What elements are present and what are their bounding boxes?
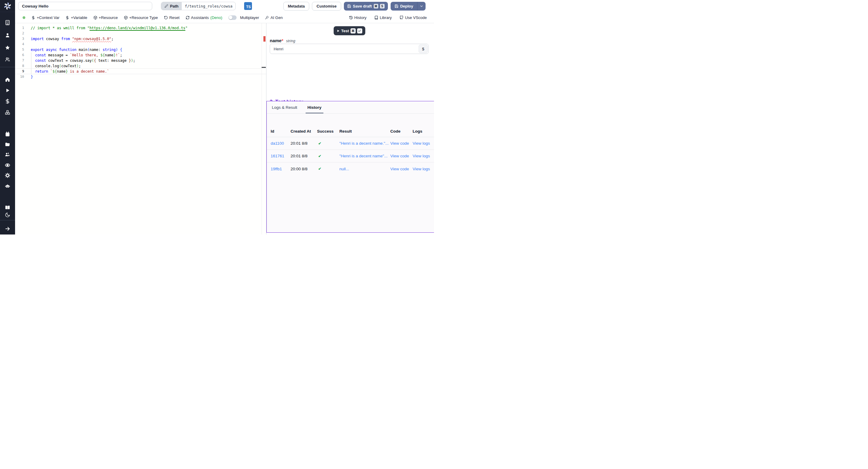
deploy-dropdown-button[interactable]	[417, 2, 426, 10]
view-code-link[interactable]: View code	[390, 141, 412, 146]
panel-divider[interactable]	[266, 23, 267, 234]
calendar-icon	[5, 131, 10, 137]
boxes-icon	[5, 110, 10, 115]
multiplayer-toggle[interactable]	[228, 15, 237, 20]
sidebar-item-audit-logs[interactable]	[0, 160, 15, 170]
user-icon	[5, 33, 10, 38]
history-button[interactable]: History	[349, 15, 367, 20]
sidebar-item-schedules[interactable]	[0, 129, 15, 139]
view-logs-link[interactable]: View logs	[412, 154, 434, 158]
save-icon	[347, 4, 351, 8]
script-title-input[interactable]	[18, 2, 152, 10]
windmill-logo-icon	[4, 2, 11, 10]
success-check-icon: ✔	[317, 142, 339, 146]
tab-logs-result[interactable]: Logs & Result	[272, 101, 297, 113]
assistants-lang-label: (Deno)	[210, 15, 222, 20]
divider-drag-handle[interactable]	[261, 67, 266, 68]
result-link[interactable]: null...	[339, 167, 390, 171]
sidebar-item-workers[interactable]	[0, 181, 15, 191]
job-id-link[interactable]: 161761	[271, 154, 290, 158]
sidebar-item-folders[interactable]	[0, 139, 15, 150]
history-tabs: Logs & Result History	[267, 101, 434, 114]
arg-name: name	[270, 38, 281, 43]
sidebar-item-resources[interactable]	[0, 107, 15, 118]
line-number: 6	[15, 53, 24, 58]
add-context-var-button[interactable]: +Context Var	[31, 15, 59, 20]
sidebar-item-favorites[interactable]	[0, 42, 15, 53]
view-code-link[interactable]: View code	[390, 167, 412, 171]
use-vscode-button[interactable]: Use VScode	[400, 15, 427, 20]
view-logs-link[interactable]: View logs	[412, 141, 434, 146]
refresh-icon	[186, 16, 190, 20]
arg-name-label: name*string	[270, 38, 296, 43]
gear-icon	[5, 173, 10, 178]
customise-button[interactable]: Customise	[312, 2, 341, 10]
code-line: const message = `Hello there, ${name}!`;	[31, 53, 187, 58]
play-icon	[337, 29, 340, 33]
app-root: Path f/testing_roles/cowsa TS Metadata C…	[0, 0, 434, 234]
sidebar-item-home[interactable]	[0, 74, 15, 85]
bot-icon	[5, 183, 10, 189]
deploy-label: Deploy	[400, 4, 413, 8]
job-id-link[interactable]: da1100	[271, 141, 290, 146]
job-id-link[interactable]: 19ffb1	[271, 167, 290, 171]
sidebar-item-members[interactable]	[0, 54, 15, 64]
library-button[interactable]: Library	[374, 15, 392, 20]
result-link[interactable]: "Henri is a decent name"...	[339, 154, 390, 158]
sidebar-item-variables[interactable]	[0, 96, 15, 106]
arg-type: string	[286, 39, 296, 43]
created-at: 20:01 8/8	[290, 141, 317, 146]
typescript-badge: TS	[244, 2, 252, 10]
sidebar-item-runs[interactable]	[0, 85, 15, 96]
book-open-icon	[5, 205, 10, 210]
topbar-actions: Metadata Customise Save draft ⌘ S Deploy	[283, 2, 426, 10]
metadata-button[interactable]: Metadata	[283, 2, 309, 10]
dollar-icon	[5, 99, 10, 104]
insert-variable-button[interactable]: $	[418, 44, 428, 53]
error-marker	[264, 36, 266, 41]
view-logs-link[interactable]: View logs	[412, 167, 434, 171]
view-code-link[interactable]: View code	[390, 154, 412, 158]
assistants-button[interactable]: Assistants (Deno)	[186, 15, 222, 20]
table-row: 16176120:01 8/8✔"Henri is a decent name"…	[267, 150, 434, 162]
toolbar-right: History Library Use VScode	[349, 15, 427, 20]
arrow-right-icon	[5, 226, 10, 231]
library-label: Library	[380, 15, 392, 20]
tab-history[interactable]: History	[307, 101, 321, 113]
github-icon	[400, 16, 404, 20]
code-line: }	[31, 74, 187, 80]
add-resource-type-label: +Resource Type	[129, 15, 158, 20]
test-button[interactable]: Test ⌘	[334, 26, 365, 35]
package-icon	[93, 16, 97, 20]
arg-name-input[interactable]	[270, 44, 429, 54]
ai-gen-button[interactable]: AI Gen	[265, 15, 282, 20]
sidebar-item-groups[interactable]	[0, 150, 15, 160]
sidebar-expand-button[interactable]	[0, 224, 15, 234]
path-label: Path	[170, 4, 179, 8]
result-link[interactable]: "Henri is a decent name."...	[339, 141, 390, 146]
code-editor[interactable]: 12345678910 // import * as wmill from "h…	[15, 23, 267, 234]
sidebar-item-user[interactable]	[0, 30, 15, 40]
success-check-icon: ✔	[317, 167, 339, 171]
status-dot	[23, 16, 25, 19]
reset-button[interactable]: Reset	[164, 15, 180, 20]
save-draft-button[interactable]: Save draft ⌘ S	[344, 2, 388, 10]
save-icon	[395, 4, 398, 8]
add-variable-button[interactable]: +Variable	[65, 15, 87, 20]
windmill-logo[interactable]	[0, 0, 15, 12]
sidebar-item-workspace[interactable]	[0, 18, 15, 28]
path-value[interactable]: f/testing_roles/cowsa	[182, 2, 236, 10]
line-number: 7	[15, 58, 24, 63]
book-icon	[374, 16, 378, 20]
save-draft-label: Save draft	[353, 4, 372, 8]
add-resource-button[interactable]: +Resource	[93, 15, 118, 20]
edit-path-button[interactable]: Path	[161, 2, 182, 10]
wand-icon	[265, 16, 269, 20]
sidebar-item-dark-mode[interactable]	[0, 210, 15, 220]
code-line: // import * as wmill from "https://deno.…	[31, 25, 187, 31]
sidebar-item-settings[interactable]	[0, 170, 15, 181]
kbd-cmd: ⌘	[374, 4, 378, 8]
add-resource-type-button[interactable]: +Resource Type	[124, 15, 158, 20]
line-number: 1	[15, 25, 24, 31]
deploy-button[interactable]: Deploy	[391, 2, 417, 10]
